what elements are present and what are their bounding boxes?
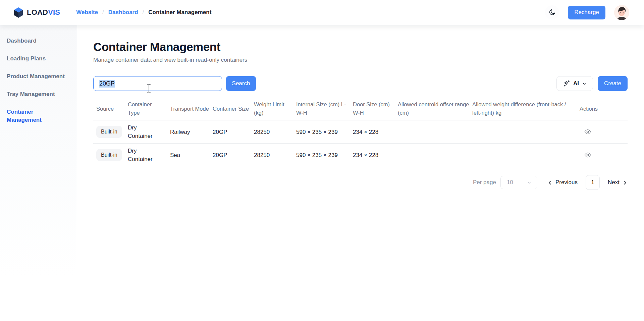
previous-page-button[interactable]: Previous — [547, 179, 578, 186]
sidebar-item-container-management[interactable]: Container Management — [7, 108, 57, 124]
cell-weight-limit: 28250 — [251, 120, 293, 143]
col-header-container-type: Container Type — [125, 98, 167, 120]
eye-icon — [584, 129, 591, 135]
cell-internal-size: 590 × 235 × 239 — [293, 120, 350, 143]
recharge-button[interactable]: Recharge — [568, 6, 605, 19]
cell-container-size: 20GP — [210, 144, 251, 166]
col-header-actions: Actions — [577, 98, 628, 120]
ai-button-label: AI — [573, 80, 579, 87]
sidebar: Dashboard Loading Plans Product Manageme… — [0, 25, 77, 321]
eye-icon — [584, 152, 591, 158]
breadcrumb: Website / Dashboard / Container Manageme… — [76, 9, 211, 16]
navbar-right: Recharge — [545, 5, 629, 20]
navbar-left: LOADVIS Website / Dashboard / Container … — [13, 7, 211, 18]
cell-container-type: Dry Container — [125, 144, 167, 166]
per-page-label: Per page — [473, 179, 496, 186]
sidebar-item-dashboard[interactable]: Dashboard — [7, 37, 70, 45]
breadcrumb-current: Container Management — [148, 9, 211, 16]
sidebar-item-loading-plans[interactable]: Loading Plans — [7, 55, 70, 63]
cell-container-type: Dry Container — [125, 120, 167, 143]
toolbar-right: AI Create — [556, 76, 628, 91]
view-button[interactable] — [583, 151, 592, 159]
cell-source: Built-in — [93, 120, 125, 143]
cell-actions — [577, 120, 628, 143]
chevron-down-icon — [582, 81, 587, 86]
breadcrumb-separator: / — [102, 9, 104, 16]
cell-door-size: 234 × 228 — [350, 144, 395, 166]
ai-dropdown-button[interactable]: AI — [556, 76, 593, 91]
breadcrumb-dashboard[interactable]: Dashboard — [108, 9, 138, 16]
toolbar-left: 20GP Search — [93, 76, 256, 91]
sidebar-item-product-management[interactable]: Product Management — [7, 72, 70, 81]
containers-table: Source Container Type Transport Mode Con… — [93, 98, 628, 166]
chevron-right-icon — [623, 180, 628, 185]
breadcrumb-website[interactable]: Website — [76, 9, 98, 16]
col-header-source: Source — [93, 98, 125, 120]
cell-internal-size: 590 × 235 × 239 — [293, 144, 350, 166]
col-header-weight-difference: Allowed weight difference (front-back / … — [469, 98, 577, 120]
user-avatar[interactable] — [614, 5, 629, 20]
table-row: Built-in Dry Container Railway 20GP 2825… — [93, 120, 628, 144]
built-in-badge: Built-in — [96, 126, 122, 138]
sparkles-icon — [563, 80, 570, 87]
per-page-select[interactable]: 10 — [500, 176, 537, 189]
chevron-left-icon — [547, 180, 552, 185]
sidebar-item-tray-management[interactable]: Tray Management — [7, 90, 70, 98]
col-header-transport-mode: Transport Mode — [167, 98, 210, 120]
cell-weight-difference — [469, 144, 577, 166]
per-page-value: 10 — [507, 179, 513, 186]
breadcrumb-separator: / — [143, 9, 144, 16]
cell-centroid-offset — [395, 120, 469, 143]
table-header-row: Source Container Type Transport Mode Con… — [93, 98, 628, 120]
app-window: LOADVIS Website / Dashboard / Container … — [0, 0, 644, 321]
col-header-container-size: Container Size — [210, 98, 251, 120]
logo-text: LOADVIS — [27, 8, 60, 17]
moon-icon — [548, 9, 556, 16]
built-in-badge: Built-in — [96, 149, 122, 161]
cell-container-size: 20GP — [210, 120, 251, 143]
next-label: Next — [608, 179, 620, 186]
previous-label: Previous — [555, 179, 578, 186]
current-page-indicator[interactable]: 1 — [586, 175, 600, 190]
pagination: Per page 10 Previous 1 Next — [93, 175, 628, 190]
cell-source: Built-in — [93, 144, 125, 166]
body-row: Dashboard Loading Plans Product Manageme… — [0, 25, 644, 321]
search-button[interactable]: Search — [226, 76, 256, 91]
cell-door-size: 234 × 228 — [350, 120, 395, 143]
col-header-centroid-offset: Allowed centroid offset range (cm) — [395, 98, 469, 120]
page-title: Container Management — [93, 40, 628, 54]
app-logo[interactable]: LOADVIS — [13, 7, 60, 18]
search-input[interactable]: 20GP — [93, 76, 222, 91]
next-page-button[interactable]: Next — [608, 179, 628, 186]
col-header-door-size: Door Size (cm) W-H — [350, 98, 395, 120]
main-content: Container Management Manage container da… — [77, 25, 644, 321]
cell-weight-difference — [469, 120, 577, 143]
cell-transport-mode: Railway — [167, 120, 210, 143]
cell-centroid-offset — [395, 144, 469, 166]
search-input-selected-text: 20GP — [99, 80, 115, 88]
dark-mode-toggle[interactable] — [545, 5, 559, 19]
top-navbar: LOADVIS Website / Dashboard / Container … — [0, 0, 644, 25]
cell-transport-mode: Sea — [167, 144, 210, 166]
cell-actions — [577, 144, 628, 166]
cell-weight-limit: 28250 — [251, 144, 293, 166]
chevron-down-icon — [527, 180, 532, 185]
create-button[interactable]: Create — [598, 76, 628, 91]
col-header-internal-size: Internal Size (cm) L-W-H — [293, 98, 350, 120]
table-row: Built-in Dry Container Sea 20GP 28250 59… — [93, 144, 628, 166]
page-subtitle: Manage container data and view built-in … — [93, 57, 628, 63]
toolbar: 20GP Search AI — [93, 76, 628, 91]
view-button[interactable] — [583, 128, 592, 136]
col-header-weight-limit: Weight Limit (kg) — [251, 98, 293, 120]
logo-cube-icon — [13, 7, 23, 18]
